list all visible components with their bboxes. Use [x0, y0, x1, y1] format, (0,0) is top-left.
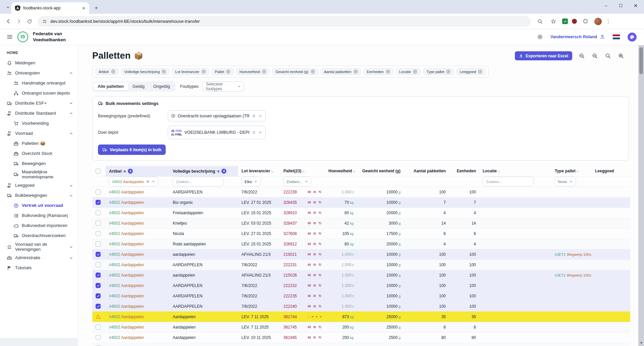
site-settings-icon[interactable]	[42, 19, 47, 24]
window-maximize-button[interactable]: ☐	[619, 3, 623, 8]
chip-remove-icon[interactable]	[226, 69, 230, 74]
tab-alle-palletten[interactable]: Alle palletten	[93, 82, 128, 91]
table-row[interactable]: #4502 AardappelenAardappelenLEV. 10 11 2…	[92, 332, 630, 343]
bookmark-star-icon[interactable]	[549, 17, 558, 26]
pallet-number-link[interactable]: 326910	[283, 211, 297, 215]
pallet-number-link[interactable]: 328437	[283, 221, 297, 226]
barcode-icon[interactable]	[308, 304, 311, 308]
table-row[interactable]: #4502 AardappelenFrietaardappelenLEV. 15…	[92, 208, 630, 218]
chip-remove-icon[interactable]	[386, 69, 390, 74]
barcode-icon[interactable]	[308, 252, 311, 256]
user-menu[interactable]: Vandermeersch Roland	[550, 34, 605, 40]
row-checkbox[interactable]	[96, 262, 101, 267]
row-checkbox[interactable]	[96, 210, 101, 215]
history-icon[interactable]	[318, 273, 322, 277]
pallet-number-link[interactable]: 222231	[283, 263, 297, 267]
barcode-icon[interactable]	[308, 242, 311, 246]
sliders-icon[interactable]	[313, 325, 316, 329]
extension-record-icon[interactable]	[572, 19, 577, 24]
row-checkbox[interactable]	[96, 325, 101, 330]
chip-remove-icon[interactable]	[202, 69, 206, 74]
chip-remove-icon[interactable]	[413, 69, 417, 74]
back-icon[interactable]	[3, 17, 13, 26]
table-row[interactable]: #4502 AardappelenCharlotte vastkokendLEV…	[92, 343, 630, 346]
history-icon[interactable]	[318, 231, 322, 236]
forward-icon[interactable]	[14, 17, 23, 26]
table-row[interactable]: #4502 AardappelenAARDAPPELEN7/6/20222222…	[92, 301, 630, 311]
pallet-number-link[interactable]: 361744	[283, 314, 297, 319]
row-checkbox[interactable]	[96, 283, 101, 288]
barcode-icon[interactable]	[308, 325, 311, 329]
pallet-number-link[interactable]: 361945	[283, 335, 297, 340]
barcode-icon[interactable]	[308, 200, 311, 205]
fouttypes-select[interactable]: Selecteer fouttypes	[203, 81, 244, 92]
barcode-icon[interactable]	[308, 283, 311, 288]
pallet-number-link[interactable]: 215021	[283, 252, 297, 257]
sliders-icon[interactable]	[313, 335, 316, 340]
filter-chip-locatie[interactable]: Locatie	[396, 68, 421, 75]
filter-chip-aantal-pakketten[interactable]: Aantal pakketten	[321, 68, 361, 75]
history-icon[interactable]	[318, 221, 322, 225]
table-row[interactable]: #4502 AardappelenBio organicLEV. 27 01 2…	[92, 197, 630, 208]
filter-chip-hoeveelheid[interactable]: Hoeveelheid	[236, 68, 270, 75]
sidebar-item-administratie[interactable]: Administratie	[0, 253, 78, 263]
table-row[interactable]: #4502 AardappelenAARDAPPELEN7/6/20222222…	[92, 291, 630, 301]
chip-remove-icon[interactable]	[262, 69, 266, 74]
pallet-number-link[interactable]: 222240	[283, 304, 297, 309]
reload-icon[interactable]	[25, 17, 34, 26]
new-tab-button[interactable]: +	[92, 4, 101, 12]
barcode-icon[interactable]	[308, 273, 311, 277]
sidebar-item-voorraad-van-de-verenigingen[interactable]: Voorraad van de Verenigingen	[0, 241, 78, 253]
sliders-icon[interactable]	[313, 252, 316, 256]
row-checkbox[interactable]	[96, 241, 101, 246]
search-magnifier-icon[interactable]	[605, 53, 611, 59]
table-row[interactable]: #4502 AardappelenAardappelenLEV. 7 11 20…	[92, 322, 630, 332]
movement-type-select[interactable]: Overdracht tussen opslagplaatsen (TR)	[168, 110, 266, 121]
window-minimize-button[interactable]: ─	[604, 3, 608, 8]
barcode-icon[interactable]	[308, 335, 311, 340]
table-row[interactable]: #4502 AardappelenaardappelenAFHALING 21/…	[92, 270, 630, 280]
lot-filter-select[interactable]: Elke	[241, 177, 261, 186]
filter-chip-lot-leverancier[interactable]: Lot leverancier	[172, 68, 209, 75]
filter-chip-type-pallet[interactable]: Type pallet	[423, 68, 454, 75]
history-icon[interactable]	[318, 200, 322, 205]
sidebar-item-palletten[interactable]: Palletten 📦	[0, 138, 78, 149]
artikel-filter-select[interactable]: #4502 Aardappelen	[109, 177, 158, 186]
row-checkbox[interactable]	[96, 304, 101, 309]
sidebar-item-voorbereiding[interactable]: Voorbereiding	[0, 118, 78, 128]
table-row[interactable]: #4502 AardappelenNicolaLEV. 27 01 202532…	[92, 228, 630, 239]
barcode-icon[interactable]	[308, 231, 311, 236]
pallet-number-link[interactable]: 326912	[283, 242, 297, 246]
barcode-icon[interactable]	[308, 211, 311, 215]
column-header-locatie[interactable]: Locatie↑↓	[479, 166, 551, 176]
sidebar-item-overzicht-stock[interactable]: Overzicht Stock	[0, 149, 78, 159]
column-header-pallet[interactable]: Pallet(23)↑↓	[280, 166, 304, 176]
tab-close-icon[interactable]	[80, 5, 87, 11]
row-checkbox[interactable]	[96, 252, 101, 257]
sliders-icon[interactable]	[316, 314, 318, 319]
table-row[interactable]: #4502 AardappelenRode aardappelenLEV. 15…	[92, 239, 630, 249]
chip-remove-icon[interactable]	[162, 69, 166, 74]
filter-chip-artikel[interactable]: Artikel	[95, 68, 119, 75]
barcode-icon[interactable]	[308, 190, 311, 194]
kebab-menu-icon[interactable]: ⋮	[606, 18, 611, 24]
move-bulk-button[interactable]: Verplaats 6 item(s) in bulk	[98, 145, 166, 155]
sidebar-item-distributie-standaard[interactable]: Distributie Standaard	[0, 108, 78, 118]
sliders-icon[interactable]	[313, 231, 316, 236]
tab-geldig[interactable]: Geldig	[128, 82, 149, 91]
sidebar-item-leeggoed[interactable]: Leeggoed	[0, 181, 78, 191]
sliders-icon[interactable]	[313, 190, 316, 194]
page-scrollbar[interactable]: ▼	[638, 45, 644, 346]
sidebar-item-bulkbewegingen[interactable]: Bulkbewegingen	[0, 191, 78, 201]
row-checkbox[interactable]	[96, 335, 101, 340]
row-checkbox[interactable]	[96, 189, 101, 194]
target-depot-select[interactable]: #101 #VBL VOEDSELBANK LIMBURG - DEPOT MA…	[168, 126, 266, 139]
column-header-artikel[interactable]: Artikel↑a2	[106, 166, 169, 176]
history-icon[interactable]	[318, 263, 322, 267]
sidebar-item-meldingen[interactable]: Meldingen	[0, 58, 78, 68]
theme-palette-button[interactable]	[628, 33, 637, 42]
chip-remove-icon[interactable]	[311, 69, 315, 74]
url-bar[interactable]: dev.stock.foodbanksit.be/stock/app/nl-BE…	[38, 16, 531, 27]
history-icon[interactable]	[318, 325, 322, 329]
sliders-icon[interactable]	[313, 200, 316, 205]
